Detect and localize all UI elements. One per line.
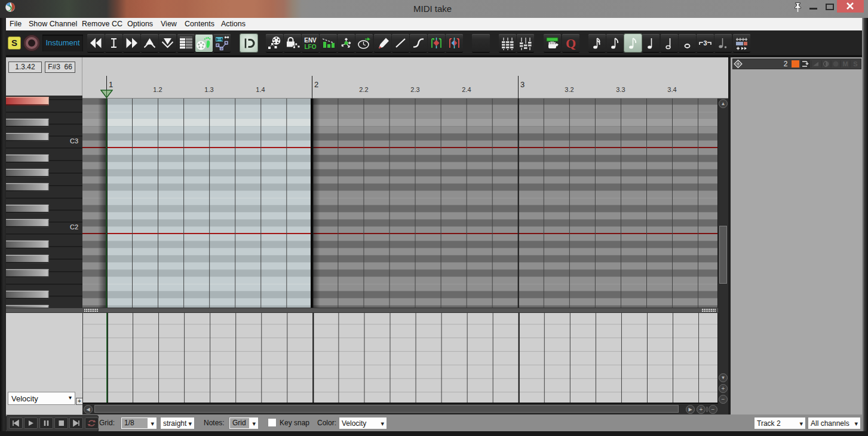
svg-text:2: 2 [784,60,788,68]
svg-text:M: M [842,60,848,67]
svg-text:ENV: ENV [304,37,317,44]
svg-text:C3: C3 [70,137,78,145]
svg-text:LFO: LFO [305,44,317,50]
svg-text:S: S [853,60,857,67]
svg-text:C2: C2 [70,223,78,231]
svg-text:Q: Q [566,36,576,51]
svg-text:3: 3 [703,39,707,47]
